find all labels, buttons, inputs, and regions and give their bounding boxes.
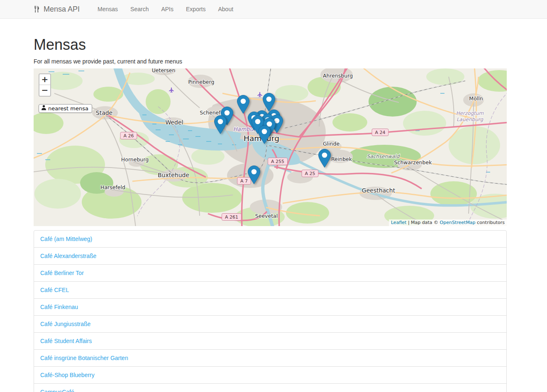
map-label: Sachsenwald bbox=[367, 153, 400, 159]
map-label: Horneburg bbox=[121, 156, 149, 163]
map-zoom-control: + − bbox=[39, 73, 51, 97]
nav-link[interactable]: About bbox=[212, 1, 239, 17]
map-label: Mölln bbox=[469, 95, 483, 102]
map-label: Wedel bbox=[165, 119, 183, 126]
svg-text:A 255: A 255 bbox=[271, 159, 284, 164]
attribution-suffix: contributors bbox=[476, 220, 505, 225]
map-label: Pinneberg bbox=[188, 79, 215, 85]
map-label: Ahrensburg bbox=[323, 73, 353, 79]
road-shield: A 261 bbox=[222, 214, 242, 221]
list-item: Café Berliner Tor bbox=[34, 264, 506, 281]
navbar: Mensa API Mensas Search APIs Exports Abo… bbox=[0, 0, 547, 19]
list-item: CampusCafé bbox=[34, 383, 506, 392]
map-canvas: A 26A 24A 255A 25A 7A 261 UetersenPinneb… bbox=[34, 68, 507, 226]
road-shield: A 26 bbox=[120, 132, 137, 139]
nav-item: About bbox=[212, 1, 239, 17]
nav-item: APIs bbox=[155, 1, 180, 17]
map-label: Harsefeld bbox=[100, 184, 125, 190]
svg-text:A 7: A 7 bbox=[240, 178, 248, 184]
map-label: Stade bbox=[96, 110, 112, 116]
list-item: Café-Shop Blueberry bbox=[34, 366, 506, 383]
list-item: Café Student Affairs bbox=[34, 332, 506, 349]
map-label: Reinbek bbox=[331, 156, 352, 162]
brand-link[interactable]: Mensa API bbox=[34, 5, 80, 14]
brand-label: Mensa API bbox=[44, 5, 80, 14]
list-item: Café (am Mittelweg) bbox=[34, 231, 506, 247]
map-label: Buxtehude bbox=[158, 172, 189, 178]
map-label: Geesthacht bbox=[362, 187, 396, 194]
page-subtitle: For all mensas we provide past, current … bbox=[34, 57, 507, 66]
leaflet-link[interactable]: Leaflet bbox=[391, 220, 406, 225]
page-title: Mensas bbox=[34, 37, 507, 53]
map-label: Uetersen bbox=[152, 68, 176, 73]
map-label: Seevetal bbox=[255, 213, 278, 219]
map[interactable]: A 26A 24A 255A 25A 7A 261 UetersenPinneb… bbox=[34, 68, 507, 226]
map-label: Herzogtum bbox=[456, 110, 484, 116]
list-item: Café Finkenau bbox=[34, 298, 506, 315]
attribution-text: | Map data © bbox=[406, 220, 440, 225]
osm-link[interactable]: OpenStreetMap bbox=[440, 220, 476, 225]
list-item: Café Jungiusstraße bbox=[34, 315, 506, 332]
nav-item: Exports bbox=[180, 1, 212, 17]
nearest-mensa-button[interactable]: nearest mensa bbox=[39, 104, 92, 113]
nav-link[interactable]: Mensas bbox=[91, 1, 124, 17]
list-item: Café insgrüne Botanischer Garten bbox=[34, 349, 506, 366]
mensa-link[interactable]: Café insgrüne Botanischer Garten bbox=[34, 350, 506, 366]
nav-menu: Mensas Search APIs Exports About bbox=[91, 1, 239, 17]
mensa-list: Café (am Mittelweg) Café Alexanderstraße… bbox=[34, 230, 507, 392]
zoom-out-button[interactable]: − bbox=[39, 85, 50, 96]
road-shield: A 25 bbox=[302, 170, 318, 177]
nav-item: Search bbox=[124, 1, 155, 17]
mensa-link[interactable]: Café (am Mittelweg) bbox=[34, 231, 506, 247]
map-attribution: Leaflet | Map data © OpenStreetMap contr… bbox=[389, 219, 507, 226]
nearest-mensa-label: nearest mensa bbox=[48, 105, 88, 112]
list-item: Café Alexanderstraße bbox=[34, 247, 506, 264]
list-item: Café CFEL bbox=[34, 281, 506, 298]
map-label: Lauenburg bbox=[457, 117, 484, 122]
mensa-link[interactable]: CampusCafé bbox=[34, 384, 506, 392]
svg-text:A 26: A 26 bbox=[123, 133, 134, 139]
nav-link[interactable]: APIs bbox=[155, 1, 180, 17]
svg-text:A 25: A 25 bbox=[305, 171, 315, 176]
mensa-link[interactable]: Café Finkenau bbox=[34, 299, 506, 315]
mensa-link[interactable]: Café-Shop Blueberry bbox=[34, 367, 506, 383]
map-label: Glinde bbox=[323, 141, 339, 147]
mensa-link[interactable]: Café Berliner Tor bbox=[34, 265, 506, 281]
mensa-link[interactable]: Café Alexanderstraße bbox=[34, 248, 506, 264]
svg-text:A 261: A 261 bbox=[225, 214, 238, 220]
mensa-link[interactable]: Café Student Affairs bbox=[34, 333, 506, 349]
nav-link[interactable]: Exports bbox=[180, 1, 212, 17]
cutlery-icon bbox=[34, 6, 40, 12]
mensa-link[interactable]: Café Jungiusstraße bbox=[34, 316, 506, 332]
road-shield: A 255 bbox=[268, 158, 288, 165]
map-label: Schwarzenbek bbox=[394, 159, 432, 166]
user-icon bbox=[41, 105, 46, 112]
nav-item: Mensas bbox=[91, 1, 124, 17]
nav-link[interactable]: Search bbox=[124, 1, 155, 17]
mensa-link[interactable]: Café CFEL bbox=[34, 282, 506, 298]
road-shield: A 24 bbox=[372, 129, 388, 136]
road-shield: A 7 bbox=[237, 178, 251, 185]
zoom-in-button[interactable]: + bbox=[39, 74, 50, 85]
svg-text:A 24: A 24 bbox=[375, 130, 385, 135]
